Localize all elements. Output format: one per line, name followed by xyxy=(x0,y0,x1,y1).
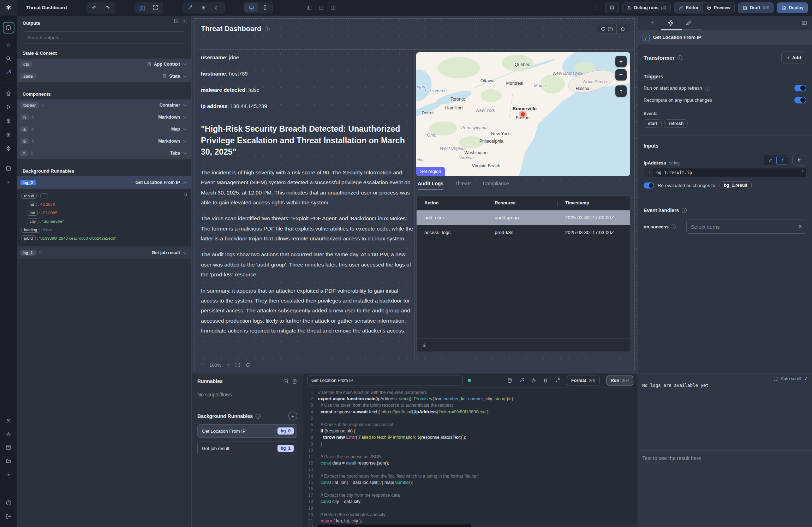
chevron-down-icon[interactable] xyxy=(183,115,187,118)
runnables-doc-icon[interactable] xyxy=(292,379,297,384)
runnable-name-input[interactable] xyxy=(308,376,463,385)
ai-assistant-icon[interactable] xyxy=(6,69,11,75)
component-settings-tab[interactable] xyxy=(661,20,680,26)
chevron-down-icon[interactable] xyxy=(183,62,187,66)
table-download-icon[interactable] xyxy=(422,342,427,348)
workers-grid-icon[interactable] xyxy=(6,472,11,477)
runnable-item[interactable]: Get job resultbg_1 xyxy=(197,442,297,455)
preview-tab[interactable]: Preview xyxy=(703,2,734,13)
run-button[interactable]: Run⌘↵ xyxy=(607,376,633,385)
map-zoom-in-button[interactable]: + xyxy=(615,56,627,67)
deploy-button[interactable]: Deploy xyxy=(777,2,808,13)
clear-select-icon[interactable]: × xyxy=(799,223,802,230)
chevron-down-icon[interactable] xyxy=(183,139,187,142)
chevron-down-icon[interactable] xyxy=(183,127,187,130)
output-id-chip[interactable]: state xyxy=(20,73,36,79)
output-id-chip[interactable]: h xyxy=(20,114,29,120)
favorites-icon[interactable]: ☆ xyxy=(6,41,11,48)
settings-gear-icon[interactable] xyxy=(6,431,11,437)
autoscroll-check-icon[interactable]: ✓ xyxy=(804,376,808,381)
bg1-output-row[interactable]: bg_1 ☞ Get job result xyxy=(17,246,191,259)
chevron-up-icon[interactable] xyxy=(183,181,187,185)
calendar-nav-icon[interactable] xyxy=(6,166,11,171)
dark-mode-icon[interactable]: ☾ xyxy=(211,3,223,12)
event-chip-refresh[interactable]: refresh xyxy=(664,119,688,128)
json-key[interactable]: lat xyxy=(27,202,37,207)
toggle-left-panel-icon[interactable] xyxy=(306,5,312,10)
folders-nav-icon[interactable] xyxy=(6,458,11,464)
markdown-component-h[interactable]: username: jdoehostname: host789malware d… xyxy=(201,54,413,342)
input-expression-editor[interactable]: 1 bg_1.result.ip xyxy=(644,168,806,177)
json-key[interactable]: loading xyxy=(21,227,40,233)
output-row-b[interactable]: b☞Markdown xyxy=(17,135,191,147)
bg0-id-chip[interactable]: bg_0 xyxy=(20,180,36,185)
expand-expression-icon[interactable] xyxy=(800,170,804,174)
undo-button[interactable]: ↶ xyxy=(88,3,101,12)
expr-code[interactable]: bg_1.result.ip xyxy=(653,170,692,175)
map-marker[interactable] xyxy=(521,112,525,116)
chevron-down-icon[interactable] xyxy=(183,151,187,154)
mobile-view-icon[interactable] xyxy=(259,3,271,12)
draft-button[interactable]: Draft⌘S xyxy=(738,2,774,13)
collapse-right-panel-icon[interactable] xyxy=(801,20,807,26)
runnable-item[interactable]: Get Location From IPbg_0 xyxy=(197,424,297,438)
output-row-a[interactable]: a☞Map xyxy=(17,123,191,135)
output-id-chip[interactable]: b xyxy=(20,138,29,144)
apps-nav-icon[interactable] xyxy=(3,22,14,34)
tab-compliance[interactable]: Compliance xyxy=(483,181,509,190)
home-nav-icon[interactable] xyxy=(6,91,11,96)
canvas-zoom-in-icon[interactable]: + xyxy=(227,362,230,368)
windmill-logo[interactable]: ✻ xyxy=(0,0,17,16)
code-area[interactable]: 1// Define the main function with the re… xyxy=(303,388,638,527)
reeval-toggle[interactable] xyxy=(644,182,654,188)
output-id-chip[interactable]: a xyxy=(20,126,28,132)
expand-editor-icon[interactable] xyxy=(555,378,560,383)
more-menu-icon[interactable]: ⋮ xyxy=(591,5,602,11)
chevron-down-icon[interactable] xyxy=(183,103,187,107)
bg0-output-row[interactable]: bg_0 Get Location From IP xyxy=(17,176,191,189)
search-icon[interactable] xyxy=(6,56,11,61)
column-header[interactable]: Resource xyxy=(487,200,557,205)
map-component[interactable]: QuébecOttawaMontréalNew BrunswickNova Sc… xyxy=(416,52,630,176)
format-button[interactable]: Format⌘S xyxy=(567,376,600,385)
json-value[interactable]: − xyxy=(40,193,48,198)
cache-db-icon[interactable] xyxy=(507,378,512,383)
dock-panel-icon[interactable] xyxy=(174,18,179,24)
json-key[interactable]: lon xyxy=(27,210,38,216)
output-id-chip[interactable]: f xyxy=(20,150,28,156)
recompute-toggle[interactable] xyxy=(794,97,806,103)
expand-logs-icon[interactable] xyxy=(774,377,778,381)
on-success-select[interactable]: Select items × xyxy=(686,220,806,234)
map-locate-button[interactable] xyxy=(615,85,627,97)
run-on-start-toggle[interactable] xyxy=(794,85,806,91)
add-nav-icon[interactable]: + xyxy=(7,179,10,185)
workspace-archive-icon[interactable] xyxy=(6,445,11,450)
connect-input-icon[interactable] xyxy=(792,155,806,166)
tab-audit-logs[interactable]: Audit Logs xyxy=(418,181,443,190)
docs-button[interactable] xyxy=(605,2,619,13)
map-zoom-out-button[interactable]: − xyxy=(615,69,627,80)
user-account-icon[interactable] xyxy=(6,418,11,424)
add-transformer-button[interactable]: +Add xyxy=(781,52,806,64)
output-id-chip[interactable]: ctx xyxy=(20,61,32,67)
eval-mode-icon[interactable]: f xyxy=(776,156,788,164)
toggle-right-panel-icon[interactable] xyxy=(330,5,336,10)
delete-runnable-icon[interactable] xyxy=(543,378,548,383)
tab-threats[interactable]: Threats xyxy=(455,181,471,190)
help-icon[interactable] xyxy=(6,500,12,506)
styling-tab[interactable] xyxy=(680,20,698,26)
output-id-chip[interactable]: topbar xyxy=(20,102,39,108)
code-hscrollbar[interactable] xyxy=(318,525,638,527)
resources-nav-icon[interactable] xyxy=(6,132,11,138)
output-row-ctx[interactable]: ctxApp Context xyxy=(17,58,191,70)
dependency-chip[interactable]: bg_1.result xyxy=(720,181,752,189)
json-key[interactable]: result xyxy=(21,193,37,199)
bg1-id-chip[interactable]: bg_1 xyxy=(20,250,36,256)
refresh-app-button[interactable]: (2) xyxy=(597,26,616,31)
static-mode-icon[interactable] xyxy=(764,156,776,164)
canvas-zoom-out-icon[interactable]: − xyxy=(201,362,204,368)
json-search-icon[interactable] xyxy=(183,192,188,197)
canvas-fit-icon[interactable] xyxy=(235,363,240,367)
table-row[interactable]: access_logsprod-k8s2025-03-30T17:03:00Z xyxy=(417,225,630,240)
column-header[interactable]: Action xyxy=(417,200,487,205)
